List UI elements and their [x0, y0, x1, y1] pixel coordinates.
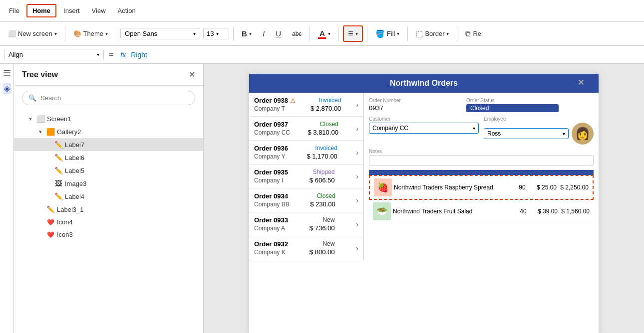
align-button[interactable]: ≡ ▾: [343, 25, 363, 42]
formula-bar: Align ▾ = fx Right: [0, 46, 644, 64]
tree-item-label3-1[interactable]: ✏️ Label3_1: [14, 203, 203, 216]
theme-label: Theme: [83, 30, 103, 37]
order-left-0934: Order 0934 Company BB: [254, 192, 290, 208]
order-right-0936: Invoiced $ 1,170.00: [307, 145, 337, 160]
tree-arrow-label3-1: [38, 207, 44, 212]
new-screen-button[interactable]: ⬜ New screen ▾: [4, 28, 61, 39]
fill-icon: 🪣: [375, 29, 385, 38]
tree-label-label3-1: Label3_1: [57, 206, 195, 213]
theme-button[interactable]: 🎨 Theme ▾: [69, 28, 112, 39]
tree-item-label6[interactable]: ✏️ Label6: [14, 151, 203, 164]
menu-file[interactable]: File: [4, 5, 24, 16]
order-company-0937: Company CC: [254, 129, 290, 136]
order-list: Order 0938 ⚠ Company T Invoiced $ 2,870.…: [249, 93, 364, 260]
detail-field-employee: Employee Ross ▾ 👩: [484, 116, 594, 145]
order-row-0938[interactable]: Order 0938 ⚠ Company T Invoiced $ 2,870.…: [249, 93, 363, 117]
new-screen-icon: ⬜: [8, 30, 16, 37]
underline-button[interactable]: U: [272, 27, 285, 40]
layers-icon[interactable]: ◈: [3, 83, 11, 94]
product-qty-1: 40: [516, 208, 531, 215]
order-amount-0936: $ 1,170.00: [307, 153, 337, 160]
order-row-0935[interactable]: Order 0935 Company I Shipped $ 606.50 ›: [249, 165, 363, 188]
tree-item-screen1[interactable]: ▼ ⬜ Screen1: [14, 112, 203, 125]
tree-arrow-label5: [46, 168, 52, 173]
employee-caret: ▾: [563, 131, 565, 137]
main-layout: ☰ ◈ Tree view ✕ 🔍 ▼ ⬜ Screen1 ▼ 🟧 Galler…: [0, 64, 644, 333]
notes-input[interactable]: [369, 155, 594, 166]
formula-eq-symbol: =: [107, 50, 115, 59]
bold-button[interactable]: B ▾: [238, 27, 256, 40]
order-arrow-0932: ›: [356, 244, 358, 252]
border-label: Border: [425, 30, 444, 37]
formula-fx-symbol[interactable]: fx: [118, 51, 128, 59]
sep2: [116, 27, 116, 41]
strikethrough-icon: abc: [292, 30, 302, 37]
order-status-0933: New: [322, 216, 334, 223]
border-button[interactable]: ⬚ Border ▾: [412, 27, 453, 40]
app-close-button[interactable]: ✕: [578, 78, 584, 87]
tree-item-label7[interactable]: ✏️ Label7: [14, 138, 203, 151]
order-row-0932[interactable]: Order 0932 Company K New $ 800.00 ›: [249, 236, 363, 260]
order-status-0934: Closed: [317, 192, 335, 199]
menu-view[interactable]: View: [87, 5, 111, 16]
strikethrough-button[interactable]: abc: [288, 28, 306, 39]
tree-item-image3[interactable]: 🖼 Image3: [14, 177, 203, 190]
order-row-0933[interactable]: Order 0933 Company A New $ 736.00 ›: [249, 212, 363, 236]
order-company-0936: Company Y: [254, 153, 288, 160]
order-row-0934[interactable]: Order 0934 Company BB Closed $ 230.00 ›: [249, 188, 363, 212]
tree-label-label7: Label7: [65, 141, 195, 149]
sidebar-header: Tree view ✕: [14, 64, 203, 86]
sidebar-title: Tree view: [22, 70, 58, 79]
font-family-caret: ▾: [193, 31, 196, 36]
border-caret: ▾: [446, 31, 449, 36]
tree-item-icon4[interactable]: ❤️ Icon4: [14, 216, 203, 228]
product-row-1[interactable]: 🥗 Northwind Traders Fruit Salad 40 $ 39.…: [369, 200, 594, 223]
menu-insert[interactable]: Insert: [58, 5, 85, 16]
tree-item-label5[interactable]: ✏️ Label5: [14, 164, 203, 177]
menu-home[interactable]: Home: [26, 4, 56, 17]
italic-button[interactable]: I: [259, 27, 269, 40]
order-num-0935: Order 0935: [254, 168, 288, 176]
tree-arrow-icon4: [38, 219, 44, 225]
product-price-0: $ 25.00: [532, 184, 557, 191]
align-icon: ≡: [348, 28, 353, 39]
employee-photo: 👩: [572, 123, 594, 145]
font-size-dropdown[interactable]: 13 ▾: [203, 28, 229, 39]
formula-field-select[interactable]: Align ▾: [4, 49, 104, 60]
order-left-0938: Order 0938 ⚠ Company T: [254, 97, 296, 112]
search-input[interactable]: [40, 94, 189, 102]
tree-arrow-label6: [46, 155, 52, 161]
tree-item-icon3[interactable]: ❤️ Icon3: [14, 228, 203, 241]
product-row-0[interactable]: 🍓 Northwind Traders Raspberry Spread 90 …: [369, 175, 594, 200]
detail-row-notes: Notes: [369, 149, 594, 166]
customer-select[interactable]: Company CC ▾: [369, 123, 479, 134]
font-color-button[interactable]: A ▾: [314, 27, 334, 41]
product-total-1: $ 1,560.00: [560, 208, 590, 215]
bold-caret: ▾: [249, 31, 252, 36]
hamburger-icon[interactable]: ☰: [3, 68, 11, 79]
order-num-0936: Order 0936: [254, 145, 288, 152]
sidebar-close-button[interactable]: ✕: [189, 70, 195, 79]
image3-icon: 🖼: [54, 179, 63, 187]
fill-button[interactable]: 🪣 Fill ▾: [371, 27, 404, 40]
order-status-0938: Invoiced: [319, 97, 341, 104]
employee-value: Ross: [487, 130, 501, 137]
employee-select[interactable]: Ross ▾: [484, 128, 569, 139]
reorder-label: Re: [473, 30, 481, 37]
tree-item-gallery2[interactable]: ▼ 🟧 Gallery2: [14, 125, 203, 138]
reorder-button[interactable]: ⧉ Re: [461, 27, 485, 40]
app-check-button[interactable]: ✓: [587, 78, 594, 87]
order-num-0932: Order 0932: [254, 240, 288, 248]
tree-arrow-screen1: ▼: [28, 116, 34, 122]
order-row-0937[interactable]: Order 0937 Company CC Closed $ 3,810.00 …: [249, 117, 363, 141]
theme-icon: 🎨: [73, 30, 81, 37]
sidebar: Tree view ✕ 🔍 ▼ ⬜ Screen1 ▼ 🟧 Gallery2: [14, 64, 204, 333]
gallery-icon: 🟧: [46, 128, 55, 136]
tree-item-label4[interactable]: ✏️ Label4: [14, 190, 203, 203]
order-amount-0932: $ 800.00: [310, 248, 335, 256]
order-arrow-0934: ›: [356, 196, 358, 204]
order-row-0936[interactable]: Order 0936 Company Y Invoiced $ 1,170.00…: [249, 141, 363, 165]
order-company-0934: Company BB: [254, 201, 290, 208]
font-family-dropdown[interactable]: Open Sans ▾: [120, 28, 200, 39]
menu-action[interactable]: Action: [113, 5, 141, 16]
